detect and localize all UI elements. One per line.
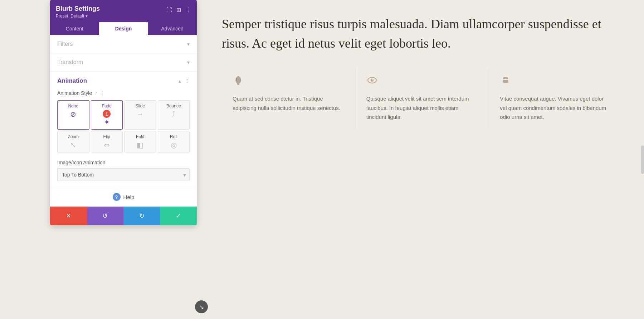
- anim-cell-fade-label: Fade: [102, 103, 112, 108]
- anim-slide-icon: →: [137, 110, 144, 118]
- panel-header: Blurb Settings Preset: Default ▾ ⛶ ⊞ ⋮: [50, 0, 197, 22]
- anim-style-label: Animation Style: [57, 90, 92, 96]
- panel-title-group: Blurb Settings Preset: Default ▾: [56, 5, 100, 19]
- animation-section: Animation ▴ ⋮ Animation Style ? ⋮ None ⊘: [50, 72, 197, 187]
- animation-more-icon[interactable]: ⋮: [185, 78, 190, 84]
- fade-icon: ✦: [104, 118, 110, 126]
- blurb-item-2: Quisque aliquet velit sit amet sem inter…: [356, 67, 489, 129]
- help-circle-icon: ?: [113, 193, 121, 201]
- undo-icon: ↺: [102, 212, 108, 220]
- animation-collapse-icon[interactable]: ▴: [179, 78, 181, 84]
- anim-roll-icon: ◎: [171, 141, 177, 149]
- anim-none-icon: ⊘: [70, 110, 76, 119]
- tab-content[interactable]: Content: [50, 22, 99, 35]
- fade-badge-group: 1 ✦: [103, 110, 111, 126]
- anim-cell-zoom[interactable]: Zoom ⤡: [57, 131, 89, 153]
- redo-button[interactable]: ↻: [123, 207, 160, 225]
- image-anim-label: Image/Icon Animation: [57, 160, 190, 165]
- redo-icon: ↻: [139, 212, 145, 220]
- anim-cell-bounce-label: Bounce: [166, 103, 181, 108]
- tab-design[interactable]: Design: [99, 22, 148, 35]
- anim-cell-flip-label: Flip: [103, 134, 110, 139]
- anim-cell-fold-label: Fold: [136, 134, 144, 139]
- panel-preset[interactable]: Preset: Default ▾: [56, 14, 100, 19]
- anim-cell-zoom-label: Zoom: [68, 134, 79, 139]
- blurb-icon-1: [233, 74, 345, 88]
- image-anim-select[interactable]: Top To Bottom Bottom To Top Left To Righ…: [57, 168, 190, 181]
- cancel-button[interactable]: ✕: [50, 207, 87, 225]
- help-section: ? Help: [50, 187, 197, 207]
- corner-arrow-icon: ↘: [199, 304, 204, 310]
- image-anim-select-wrapper: Top To Bottom Bottom To Top Left To Righ…: [57, 168, 190, 181]
- save-icon: ✓: [176, 212, 181, 220]
- transform-section[interactable]: Transform ▾: [50, 53, 197, 72]
- undo-button[interactable]: ↺: [87, 207, 124, 225]
- anim-cell-bounce[interactable]: Bounce ⤴: [158, 100, 190, 130]
- blurb-item-3: Vitae consequat augue. Vivamus eget dolo…: [489, 67, 623, 129]
- anim-cell-fade[interactable]: Fade 1 ✦: [91, 100, 123, 130]
- animation-title: Animation: [57, 77, 87, 84]
- animation-grid: None ⊘ Fade 1 ✦ Slide →: [57, 100, 190, 153]
- panel-tabs: Content Design Advanced: [50, 22, 197, 35]
- panel-body: Filters ▾ Transform ▾ Animation ▴ ⋮ Anim…: [50, 35, 197, 207]
- save-button[interactable]: ✓: [160, 207, 197, 225]
- anim-zoom-icon: ⤡: [70, 141, 76, 149]
- blurb-item-1: Quam at sed conse ctetur in. Tristique a…: [222, 67, 356, 129]
- blurb-text-2: Quisque aliquet velit sit amet sem inter…: [366, 94, 478, 122]
- filters-section[interactable]: Filters ▾: [50, 35, 197, 53]
- anim-cell-slide-label: Slide: [135, 103, 145, 108]
- anim-cell-none[interactable]: None ⊘: [57, 100, 89, 130]
- main-content: Semper tristique risus turpis malesuada.…: [200, 0, 644, 319]
- corner-arrow-button[interactable]: ↘: [195, 300, 208, 313]
- anim-cell-flip[interactable]: Flip ⇔: [91, 131, 123, 153]
- cancel-icon: ✕: [66, 212, 71, 220]
- help-label[interactable]: Help: [123, 194, 135, 200]
- transform-arrow: ▾: [187, 59, 190, 66]
- anim-cell-roll[interactable]: Roll ◎: [158, 131, 190, 153]
- anim-style-more-icon[interactable]: ⋮: [100, 90, 104, 96]
- animation-header: Animation ▴ ⋮: [57, 77, 190, 84]
- anim-flip-icon: ⇔: [104, 141, 110, 149]
- right-scrollbar[interactable]: [641, 145, 644, 174]
- blurb-row: Quam at sed conse ctetur in. Tristique a…: [222, 67, 623, 129]
- settings-panel: Blurb Settings Preset: Default ▾ ⛶ ⊞ ⋮ C…: [50, 0, 197, 225]
- svg-point-2: [372, 79, 373, 81]
- blurb-text-3: Vitae consequat augue. Vivamus eget dolo…: [500, 94, 612, 122]
- anim-bounce-icon: ⤴: [172, 110, 175, 118]
- blurb-text-1: Quam at sed conse ctetur in. Tristique a…: [233, 94, 345, 112]
- panel-header-icons: ⛶ ⊞ ⋮: [166, 6, 191, 13]
- blurb-icon-2: [366, 74, 478, 88]
- anim-cell-fold[interactable]: Fold ◧: [124, 131, 156, 153]
- filters-label: Filters: [57, 41, 73, 47]
- panel-title: Blurb Settings: [56, 5, 100, 13]
- tab-advanced[interactable]: Advanced: [148, 22, 197, 35]
- more-options-icon[interactable]: ⋮: [185, 6, 191, 13]
- anim-style-row: Animation Style ? ⋮: [57, 90, 190, 96]
- blurb-icon-3: [500, 74, 612, 88]
- columns-icon[interactable]: ⊞: [176, 6, 181, 13]
- animation-header-right: ▴ ⋮: [179, 78, 190, 84]
- main-heading: Semper tristique risus turpis malesuada.…: [222, 14, 623, 53]
- filters-arrow: ▾: [187, 41, 190, 47]
- transform-label: Transform: [57, 59, 83, 66]
- fullscreen-icon[interactable]: ⛶: [166, 7, 172, 13]
- anim-style-help-icon[interactable]: ?: [95, 90, 97, 96]
- anim-cell-none-label: None: [68, 103, 78, 108]
- anim-fold-icon: ◧: [137, 141, 143, 149]
- anim-cell-roll-label: Roll: [170, 134, 177, 139]
- anim-cell-slide[interactable]: Slide →: [124, 100, 156, 130]
- fade-badge: 1: [103, 110, 111, 118]
- bottom-toolbar: ✕ ↺ ↻ ✓: [50, 207, 197, 225]
